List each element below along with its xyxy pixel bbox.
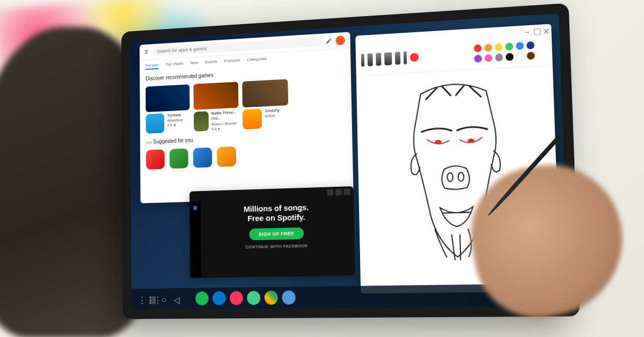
app-icon[interactable] (217, 146, 236, 167)
taskbar-app-icon[interactable] (213, 291, 226, 305)
profile-avatar[interactable] (335, 35, 345, 46)
brush-highlighter[interactable] (384, 52, 392, 65)
taskbar-app-icon[interactable] (247, 291, 260, 305)
maximize-icon[interactable]: ☐ (533, 27, 539, 33)
back-icon[interactable]: ◁ (173, 295, 180, 303)
color-swatch-blue[interactable] (516, 42, 524, 50)
svg-point-2 (447, 173, 453, 182)
tab-events[interactable]: Events (205, 59, 217, 67)
minimize-icon[interactable] (327, 189, 333, 195)
minimize-icon[interactable]: − (524, 27, 530, 33)
color-swatch-orange[interactable] (484, 44, 492, 52)
tab-foryou[interactable]: For you (145, 63, 159, 70)
color-swatch-red[interactable] (474, 45, 482, 53)
taskbar-chrome-icon[interactable] (265, 291, 278, 305)
app-icon[interactable] (146, 149, 165, 170)
menu-icon[interactable]: ☰ (144, 49, 148, 55)
color-swatch-navy[interactable] (526, 41, 535, 49)
game-rating: 4.4 ★ (211, 126, 239, 131)
tab-categories[interactable]: Categories (247, 56, 267, 64)
mic-icon[interactable]: 🎤 (326, 38, 332, 43)
facebook-icon[interactable] (193, 206, 197, 210)
spotify-sidebar (189, 202, 201, 278)
color-swatch-brown[interactable] (527, 52, 535, 60)
close-icon[interactable] (344, 188, 350, 195)
color-swatch-purple[interactable] (474, 55, 482, 63)
game-thumbnail (145, 84, 189, 112)
color-swatch-yellow[interactable] (495, 43, 503, 51)
suggested-label: Suggested for you (153, 137, 193, 145)
brush-marker[interactable] (376, 53, 381, 65)
close-icon[interactable]: ✕ (542, 26, 548, 32)
game-icon (194, 111, 209, 131)
game-title: Battle Prime - Onl... (211, 110, 239, 122)
color-swatch-green[interactable] (505, 42, 513, 50)
ads-label: Ads (146, 141, 152, 144)
home-icon[interactable]: ○ (162, 295, 169, 303)
tab-new[interactable]: New (191, 60, 199, 67)
color-swatch-black[interactable] (506, 53, 514, 61)
game-icon (146, 113, 165, 134)
playstore-window[interactable]: ☰ 🎤 For you Top charts New Events Premiu… (140, 32, 354, 203)
game-card[interactable]: Smashy Action (242, 79, 288, 130)
game-icon (243, 109, 262, 130)
game-subtitle: Action (265, 113, 280, 119)
tab-premium[interactable]: Premium (224, 58, 240, 65)
color-swatch-white[interactable] (516, 52, 524, 60)
brush-calligraphy[interactable] (395, 52, 401, 64)
game-thumbnail (242, 79, 288, 107)
recents-icon[interactable]: ||| (150, 295, 157, 303)
maximize-icon[interactable] (335, 189, 342, 195)
taskbar-apps (195, 290, 296, 305)
continue-facebook-button[interactable]: CONTINUE WITH FACEBOOK (207, 243, 348, 250)
color-swatch-gray[interactable] (495, 54, 503, 62)
game-card[interactable]: Tunnels Adventure 4.5 ★ (145, 84, 190, 134)
brush-pen[interactable] (367, 53, 372, 66)
color-palette (468, 38, 547, 67)
svg-point-3 (458, 172, 464, 181)
signup-button[interactable]: SIGN UP FREE (250, 228, 304, 240)
game-thumbnail (193, 82, 238, 109)
game-rating: 4.5 ★ (167, 122, 183, 128)
brush-fine[interactable] (404, 51, 407, 64)
tab-topcharts[interactable]: Top charts (165, 61, 184, 69)
brush-pencil[interactable] (361, 54, 364, 67)
app-icon[interactable] (170, 148, 188, 169)
taskbar-spotify-icon[interactable] (195, 291, 209, 305)
app-icon[interactable] (193, 148, 213, 168)
color-swatch-pink[interactable] (485, 54, 493, 62)
game-card[interactable]: Battle Prime - Onl... Action • Shooter 4… (193, 82, 239, 132)
undo-icon[interactable] (410, 53, 419, 62)
taskbar-playstore-icon[interactable] (282, 290, 296, 304)
game-title: Smashy (265, 108, 280, 114)
taskbar-app-icon[interactable] (230, 291, 243, 305)
apps-grid-icon[interactable]: ⋮⋮⋮ (138, 295, 145, 303)
games-row[interactable]: Tunnels Adventure 4.5 ★ Battle Prime - O… (140, 74, 352, 136)
spotify-window[interactable]: Millions of songs. Free on Spotify. SIGN… (189, 186, 355, 278)
